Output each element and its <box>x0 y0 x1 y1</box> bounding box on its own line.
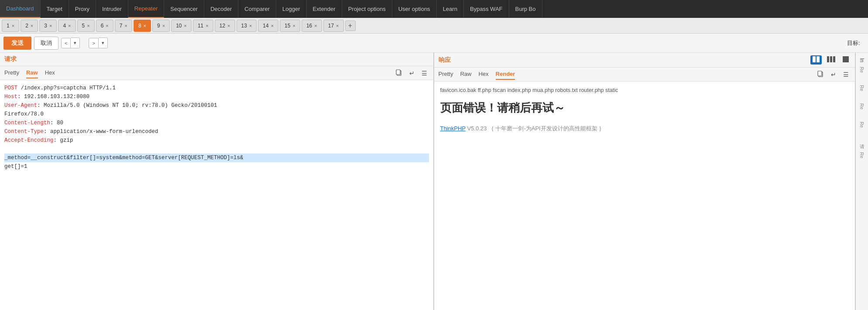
tab-16-close[interactable]: × <box>314 23 317 28</box>
cancel-button[interactable]: 取消 <box>34 37 58 50</box>
tab-15-close[interactable]: × <box>292 23 295 28</box>
request-tab-pretty[interactable]: Pretty <box>4 68 19 78</box>
svg-rect-7 <box>843 56 849 62</box>
tab-2-close[interactable]: × <box>31 23 33 28</box>
grid-split-3-icon[interactable] <box>825 55 837 65</box>
thinkphp-link[interactable]: ThinkPHP <box>440 125 466 132</box>
prev-button[interactable]: < <box>61 38 71 48</box>
navigation-group: < ▾ <box>61 37 80 48</box>
response-header: 响应 <box>434 53 855 68</box>
request-tab-hex[interactable]: Hex <box>45 68 55 78</box>
response-copy-icon[interactable] <box>815 69 826 79</box>
nav-item-logger[interactable]: Logger <box>276 0 306 18</box>
tab-11[interactable]: 11 × <box>193 20 213 32</box>
tab-7[interactable]: 7 × <box>115 20 132 32</box>
nav-item-intruder[interactable]: Intruder <box>96 0 128 18</box>
send-button[interactable]: 发送 <box>3 37 31 50</box>
far-right-panel: In Re Re Re Re 请 Re <box>855 53 868 310</box>
request-panel: 请求 Pretty Raw Hex ↵ ☰ POST /index.php?s=… <box>0 53 434 310</box>
tab-1[interactable]: 1 × <box>2 20 19 32</box>
tab-15[interactable]: 15 × <box>280 20 300 32</box>
tab-13-close[interactable]: × <box>249 23 252 28</box>
svg-rect-1 <box>396 70 400 75</box>
request-code-area[interactable]: POST /index.php?s=captcha HTTP/1.1 Host:… <box>0 80 433 310</box>
newline-icon[interactable]: ↵ <box>408 69 416 78</box>
tab-12-close[interactable]: × <box>227 23 230 28</box>
response-tab-render[interactable]: Render <box>496 69 515 80</box>
svg-rect-9 <box>818 71 822 76</box>
nav-item-target[interactable]: Target <box>41 0 69 18</box>
tab-6[interactable]: 6 × <box>96 20 113 32</box>
svg-rect-2 <box>813 56 816 62</box>
nav-item-comparer[interactable]: Comparer <box>238 0 276 18</box>
tab-10[interactable]: 10 × <box>171 20 192 32</box>
nav-item-learn[interactable]: Learn <box>437 0 464 18</box>
response-icons: ↵ ☰ <box>815 69 851 79</box>
tab-4[interactable]: 4 × <box>58 20 75 32</box>
nav-item-repeater[interactable]: Repeater <box>128 0 164 18</box>
response-framework-text: V5.0.23 ｛ 十年磨一剑-为API开发设计的高性能框架 ｝ <box>466 125 605 132</box>
prev-dropdown-button[interactable]: ▾ <box>71 37 80 48</box>
tab-5-close[interactable]: × <box>87 23 89 28</box>
far-right-re-3: Re <box>859 103 865 109</box>
nav-item-user-options[interactable]: User options <box>392 0 437 18</box>
nav-item-proxy[interactable]: Proxy <box>69 0 96 18</box>
tab-12[interactable]: 12 × <box>215 20 235 32</box>
response-content: favicon.ico.bak ff.php fscan index.php m… <box>434 82 855 310</box>
nav-item-sequencer[interactable]: Sequencer <box>164 0 204 18</box>
tab-14-close[interactable]: × <box>271 23 274 28</box>
response-sub-tabs: Pretty Raw Hex Render ↵ ☰ <box>434 68 855 82</box>
response-error-text: 页面错误！请稍后再试～ <box>440 99 849 117</box>
svg-rect-4 <box>827 56 829 62</box>
svg-rect-3 <box>817 56 820 62</box>
request-title: 请求 <box>4 55 17 63</box>
response-menu-icon[interactable]: ☰ <box>841 70 851 79</box>
response-newline-icon[interactable]: ↵ <box>829 70 838 79</box>
copy-icon[interactable] <box>394 68 404 78</box>
tab-7-close[interactable]: × <box>124 23 127 28</box>
nav-item-bypass-waf[interactable]: Bypass WAF <box>464 0 509 18</box>
tab-8-close[interactable]: × <box>144 23 146 28</box>
tab-6-close[interactable]: × <box>106 23 108 28</box>
response-panel: 响应 Pretty Raw Hex Render <box>434 53 855 310</box>
nav-item-burp-bo[interactable]: Burp Bo <box>509 0 542 18</box>
tab-9[interactable]: 9 × <box>152 20 170 32</box>
request-sub-tabs: Pretty Raw Hex ↵ ☰ <box>0 66 433 80</box>
tab-17-close[interactable]: × <box>336 23 339 28</box>
tab-10-close[interactable]: × <box>184 23 186 28</box>
far-right-label: In <box>859 55 865 62</box>
tab-1-close[interactable]: × <box>12 23 14 28</box>
tab-4-close[interactable]: × <box>68 23 71 28</box>
nav-item-decoder[interactable]: Decoder <box>204 0 238 18</box>
response-tab-raw[interactable]: Raw <box>460 69 471 80</box>
tab-9-close[interactable]: × <box>162 23 165 28</box>
tab-11-close[interactable]: × <box>206 23 208 28</box>
tab-8[interactable]: 8 × <box>134 20 151 32</box>
menu-icon[interactable]: ☰ <box>420 69 429 78</box>
far-right-re-5: Re <box>859 152 865 158</box>
request-tab-raw[interactable]: Raw <box>26 68 38 78</box>
grid-split-2-icon[interactable] <box>810 55 822 65</box>
main-content: 请求 Pretty Raw Hex ↵ ☰ POST /index.php?s=… <box>0 53 868 310</box>
single-panel-icon[interactable] <box>841 55 851 65</box>
forward-group: > ▾ <box>89 37 107 48</box>
tab-14[interactable]: 14 × <box>258 20 278 32</box>
toolbar: 发送 取消 < ▾ > ▾ 目标: <box>0 34 868 53</box>
nav-item-extender[interactable]: Extender <box>307 0 342 18</box>
nav-item-dashboard[interactable]: Dashboard <box>0 0 41 18</box>
tab-3[interactable]: 3 × <box>39 20 57 32</box>
tab-17[interactable]: 17 × <box>323 20 344 32</box>
tab-2[interactable]: 2 × <box>21 20 38 32</box>
tab-16[interactable]: 16 × <box>302 20 322 32</box>
nav-item-project-options[interactable]: Project options <box>342 0 392 18</box>
next-button[interactable]: > <box>89 38 98 48</box>
tab-3-close[interactable]: × <box>49 23 52 28</box>
response-header-icons <box>810 55 851 65</box>
tab-5[interactable]: 5 × <box>77 20 95 32</box>
response-tab-hex[interactable]: Hex <box>478 69 488 80</box>
far-right-re-2: Re <box>859 85 865 91</box>
next-dropdown-button[interactable]: ▾ <box>99 37 108 48</box>
response-tab-pretty[interactable]: Pretty <box>439 69 453 80</box>
tab-add-button[interactable]: + <box>345 20 356 31</box>
tab-13[interactable]: 13 × <box>237 20 257 32</box>
